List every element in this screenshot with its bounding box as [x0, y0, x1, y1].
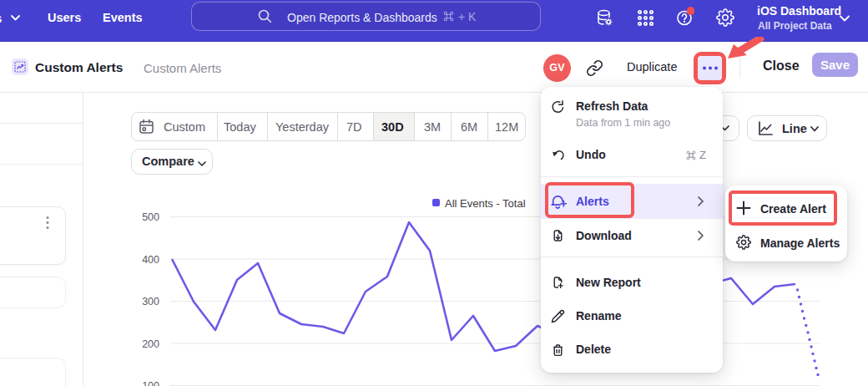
svg-text:100: 100: [142, 380, 159, 386]
svg-text:300: 300: [142, 296, 159, 307]
svg-text:400: 400: [142, 254, 159, 266]
svg-text:200: 200: [142, 338, 159, 350]
svg-text:500: 500: [142, 211, 159, 223]
